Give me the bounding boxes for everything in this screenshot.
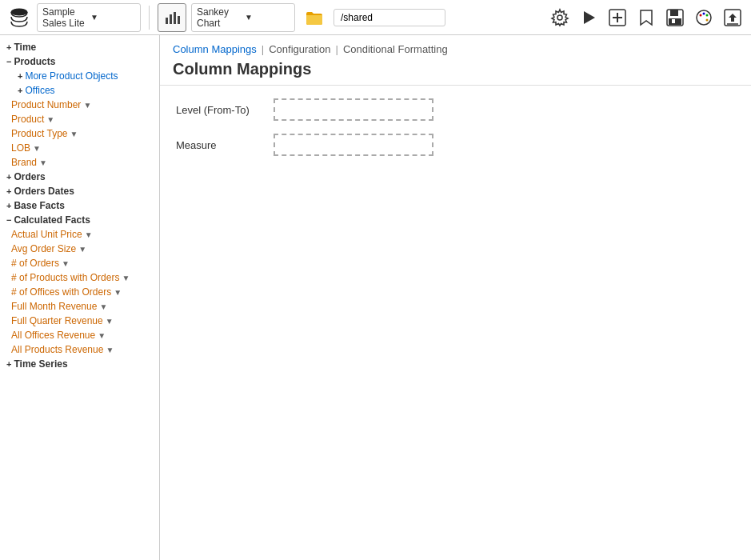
tab-column-mappings[interactable]: Column Mappings: [173, 43, 257, 55]
svg-point-1: [11, 9, 27, 15]
sidebar-item-label: LOB: [11, 142, 30, 154]
filter-icon: ▼: [83, 101, 91, 110]
svg-marker-7: [584, 11, 595, 24]
sidebar-item-orders[interactable]: + Orders: [0, 170, 159, 184]
form-row-measure: Measure: [176, 134, 735, 156]
sidebar-item-label: Orders Dates: [14, 186, 74, 197]
sidebar-item-full-quarter-revenue[interactable]: Full Quarter Revenue ▼: [0, 314, 159, 328]
run-icon-button[interactable]: [577, 6, 601, 30]
sidebar-item-num-products-with-orders[interactable]: # of Products with Orders ▼: [0, 270, 159, 285]
sidebar-item-product-number[interactable]: Product Number ▼: [0, 98, 159, 112]
content-area: Column Mappings | Configuration | Condit…: [160, 35, 751, 560]
filter-icon: ▼: [106, 317, 114, 326]
sidebar-item-calculated-facts[interactable]: − Calculated Facts: [0, 213, 159, 227]
svg-rect-5: [178, 16, 180, 24]
svg-point-17: [703, 12, 705, 14]
sidebar-item-label: Base Facts: [14, 200, 64, 211]
dataset-selector[interactable]: Sample Sales Lite ▼: [37, 3, 141, 32]
sidebar-item-label: Orders: [14, 171, 45, 182]
svg-point-19: [706, 18, 709, 21]
sidebar-item-num-offices-with-orders[interactable]: # of Offices with Orders ▼: [0, 285, 159, 299]
minus-icon[interactable]: −: [6, 215, 11, 225]
form-row-level: Level (From-To): [176, 98, 735, 121]
sidebar-item-base-facts[interactable]: + Base Facts: [0, 198, 159, 213]
sidebar-item-label: Full Month Revenue: [11, 301, 97, 312]
filter-icon: ▼: [99, 302, 107, 311]
filter-icon: ▼: [62, 259, 70, 268]
form-area: Level (From-To) Measure: [160, 86, 751, 182]
content-header: Column Mappings | Configuration | Condit…: [160, 35, 751, 86]
tab-configuration[interactable]: Configuration: [269, 43, 330, 55]
sidebar-item-brand[interactable]: Brand ▼: [0, 155, 159, 170]
sidebar-item-label: Avg Order Size: [11, 243, 76, 254]
plus-icon[interactable]: +: [6, 172, 11, 182]
sidebar-item-label: All Offices Revenue: [11, 330, 95, 341]
chart-type-selector[interactable]: Sankey Chart ▼: [191, 3, 295, 32]
sidebar-item-label: Offices: [25, 85, 54, 96]
sidebar-item-label: Actual Unit Price: [11, 229, 82, 240]
sidebar-item-lob[interactable]: LOB ▼: [0, 141, 159, 155]
sidebar-item-offices[interactable]: + Offices: [0, 83, 159, 98]
export-icon-button[interactable]: [721, 6, 745, 30]
filter-icon: ▼: [70, 130, 78, 138]
sidebar-item-products[interactable]: − Products: [0, 54, 159, 69]
sidebar-item-label: Calculated Facts: [14, 214, 90, 226]
sidebar-item-all-offices-revenue[interactable]: All Offices Revenue ▼: [0, 328, 159, 342]
svg-rect-4: [174, 12, 176, 24]
sidebar-item-time[interactable]: + Time: [0, 40, 159, 54]
settings-icon-button[interactable]: [548, 6, 572, 30]
filter-icon: ▼: [98, 331, 106, 340]
sidebar-item-num-orders[interactable]: # of Orders ▼: [0, 256, 159, 270]
svg-point-16: [700, 14, 702, 16]
filter-icon: ▼: [78, 245, 86, 254]
plus-icon[interactable]: +: [6, 186, 11, 196]
sidebar-item-actual-unit-price[interactable]: Actual Unit Price ▼: [0, 227, 159, 242]
sidebar-item-label: Product Type: [11, 128, 68, 139]
plus-icon[interactable]: +: [6, 42, 11, 52]
sidebar-item-all-products-revenue[interactable]: All Products Revenue ▼: [0, 342, 159, 357]
path-input[interactable]: [334, 9, 445, 26]
sidebar-item-label: # of Orders: [11, 258, 59, 269]
bookmark-icon-button[interactable]: [634, 6, 658, 30]
sidebar-item-product[interactable]: Product ▼: [0, 112, 159, 126]
save-icon-button[interactable]: [663, 6, 687, 30]
main-layout: + Time − Products + More Product Objects…: [0, 35, 751, 560]
plus-icon[interactable]: +: [6, 359, 11, 369]
sidebar-item-product-type[interactable]: Product Type ▼: [0, 126, 159, 141]
plus-icon[interactable]: +: [18, 71, 22, 81]
sidebar: + Time − Products + More Product Objects…: [0, 35, 160, 560]
svg-rect-14: [672, 19, 675, 23]
plus-icon[interactable]: +: [6, 201, 11, 210]
sidebar-item-orders-dates[interactable]: + Orders Dates: [0, 184, 159, 198]
add-icon-button[interactable]: [605, 6, 629, 30]
chart-type-label: Sankey Chart: [197, 6, 242, 29]
sidebar-item-label: Products: [14, 56, 55, 67]
plus-icon[interactable]: +: [18, 86, 22, 95]
dataset-chevron-icon: ▼: [90, 13, 135, 22]
tabs-row: Column Mappings | Configuration | Condit…: [173, 43, 738, 55]
database-icon[interactable]: [6, 5, 32, 30]
sidebar-item-label: # of Offices with Orders: [11, 286, 111, 298]
level-drop-target[interactable]: [274, 98, 433, 121]
filter-icon: ▼: [106, 346, 114, 354]
filter-icon: ▼: [46, 115, 54, 124]
sidebar-item-label: Time Series: [14, 358, 67, 370]
sidebar-item-full-month-revenue[interactable]: Full Month Revenue ▼: [0, 299, 159, 314]
sidebar-item-time-series[interactable]: + Time Series: [0, 357, 159, 371]
dataset-label: Sample Sales Lite: [42, 6, 87, 29]
chart-type-icon-button[interactable]: [158, 3, 186, 32]
folder-icon-button[interactable]: [300, 3, 329, 32]
svg-rect-3: [170, 14, 172, 24]
tab-separator-2: |: [336, 43, 338, 55]
sidebar-item-label: Brand: [11, 157, 37, 168]
tab-conditional-formatting[interactable]: Conditional Formatting: [343, 43, 448, 55]
sidebar-item-avg-order-size[interactable]: Avg Order Size ▼: [0, 242, 159, 256]
sidebar-item-label: Product: [11, 114, 44, 125]
svg-point-6: [557, 15, 562, 20]
sidebar-item-more-product-objects[interactable]: + More Product Objects: [0, 69, 159, 83]
palette-icon-button[interactable]: [692, 6, 716, 30]
sidebar-item-label: Time: [14, 42, 36, 53]
filter-icon: ▼: [85, 230, 93, 239]
measure-drop-target[interactable]: [274, 134, 433, 156]
minus-icon[interactable]: −: [6, 57, 11, 66]
